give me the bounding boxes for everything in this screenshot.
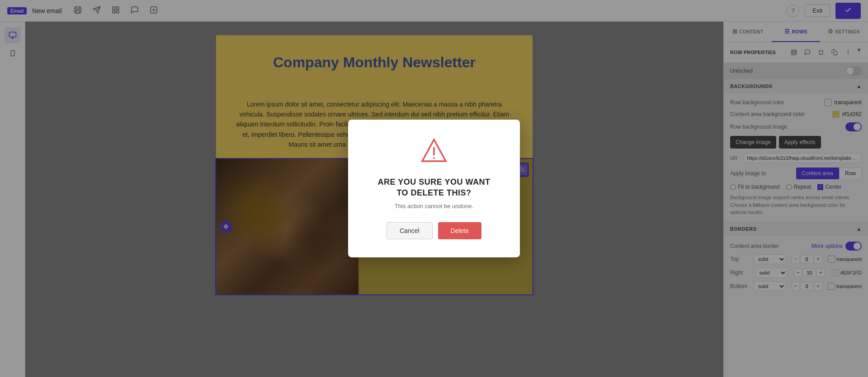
svg-point-24 — [433, 157, 435, 159]
cancel-btn[interactable]: Cancel — [387, 222, 433, 239]
dialog-title: ARE YOU SURE YOU WANT TO DELETE THIS? — [371, 177, 497, 198]
dialog-overlay: ARE YOU SURE YOU WANT TO DELETE THIS? Th… — [0, 0, 868, 377]
dialog-subtitle: This action cannot be undone. — [371, 203, 497, 209]
delete-btn[interactable]: Delete — [438, 222, 481, 239]
warning-icon — [371, 138, 497, 168]
dialog-buttons: Cancel Delete — [371, 222, 497, 239]
confirm-dialog: ARE YOU SURE YOU WANT TO DELETE THIS? Th… — [348, 120, 520, 257]
